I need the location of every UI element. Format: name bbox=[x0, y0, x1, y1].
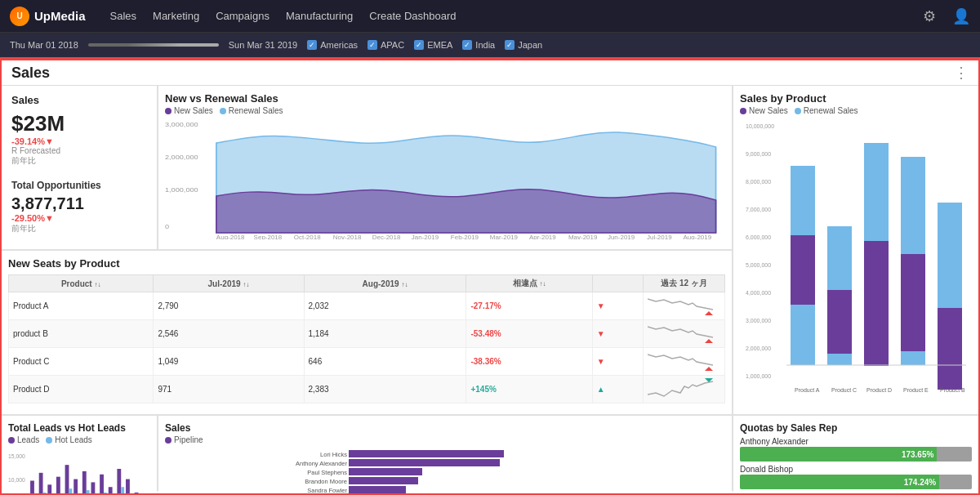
dir-value: ▼ bbox=[592, 320, 643, 348]
nav-sales[interactable]: Sales bbox=[110, 10, 137, 22]
jul-value: 2,790 bbox=[154, 292, 304, 320]
svg-text:May-2019: May-2019 bbox=[568, 234, 598, 239]
nav-create-dashboard[interactable]: Create Dashboard bbox=[369, 10, 456, 22]
product-name: product B bbox=[9, 320, 154, 348]
legend-leads: Leads bbox=[8, 435, 39, 444]
dir-value: ▼ bbox=[592, 348, 643, 376]
filter-americas[interactable]: Americas bbox=[307, 40, 358, 50]
quotas-title: Quotas by Sales Rep bbox=[740, 422, 972, 434]
svg-rect-51 bbox=[74, 479, 78, 495]
svg-rect-55 bbox=[91, 482, 96, 495]
aug-value: 1,184 bbox=[304, 320, 466, 348]
aug-value: 2,383 bbox=[304, 376, 466, 404]
india-label: India bbox=[475, 40, 495, 50]
top-navigation: U UpMedia Sales Marketing Campaigns Manu… bbox=[0, 0, 980, 33]
svg-text:Product A: Product A bbox=[795, 387, 820, 393]
apac-label: APAC bbox=[381, 40, 404, 50]
seats-table-title: New Seats by Product bbox=[8, 257, 725, 270]
new-vs-renewal-legend: New Sales Renewal Sales bbox=[165, 106, 725, 115]
jul-value: 971 bbox=[154, 376, 304, 404]
svg-text:Product C: Product C bbox=[831, 387, 857, 393]
new-vs-renewal-svg: 3,000,000 2,000,000 1,000,000 0 Aug-2018… bbox=[165, 118, 725, 239]
filter-india[interactable]: India bbox=[462, 40, 495, 50]
pipeline-legend: Pipeline bbox=[165, 435, 725, 444]
new-label: New Sales bbox=[749, 106, 788, 115]
svg-text:Product B: Product B bbox=[940, 387, 965, 393]
filter-bar: Thu Mar 01 2018 Sun Mar 31 2019 Americas… bbox=[0, 33, 980, 59]
dashboard-title: Sales bbox=[11, 65, 50, 82]
pipeline-dot bbox=[165, 437, 172, 444]
filter-japan[interactable]: Japan bbox=[505, 40, 542, 50]
svg-text:3,000,000: 3,000,000 bbox=[165, 121, 198, 128]
svg-rect-43 bbox=[39, 473, 43, 495]
sparkline-cell bbox=[644, 348, 725, 376]
filter-apac[interactable]: APAC bbox=[368, 40, 404, 50]
svg-rect-45 bbox=[47, 484, 51, 495]
settings-icon[interactable]: ⚙ bbox=[923, 7, 936, 25]
svg-text:Dec-2018: Dec-2018 bbox=[372, 234, 401, 239]
renewal-sales-label: Renewal Sales bbox=[229, 106, 283, 115]
emea-checkbox[interactable] bbox=[414, 40, 424, 50]
nav-campaigns[interactable]: Campaigns bbox=[216, 10, 270, 22]
svg-text:Jul-2019: Jul-2019 bbox=[647, 234, 672, 239]
renewal-sales-dot bbox=[220, 108, 226, 114]
hot-leads-label: Hot Leads bbox=[55, 435, 92, 444]
svg-text:Sandra Fowler: Sandra Fowler bbox=[307, 487, 347, 494]
sparkline-cell bbox=[644, 376, 725, 404]
user-icon[interactable]: 👤 bbox=[952, 7, 970, 25]
sales-kpi-value: $23M bbox=[11, 111, 147, 136]
sales-by-product-panel: Sales by Product New Sales Renewal Sales… bbox=[733, 86, 978, 414]
sales-kpi-label: Sales bbox=[11, 94, 147, 106]
logo-area[interactable]: U UpMedia bbox=[10, 7, 86, 26]
change-value: -53.48% bbox=[466, 320, 592, 348]
svg-text:Lori Hicks: Lori Hicks bbox=[320, 451, 347, 458]
col-jul: Jul-2019 ↑↓ bbox=[154, 275, 304, 292]
new-area bbox=[216, 190, 716, 233]
svg-text:Oct-2018: Oct-2018 bbox=[294, 234, 321, 239]
svg-rect-61 bbox=[117, 469, 121, 495]
india-checkbox[interactable] bbox=[462, 40, 472, 50]
new-sales-label: New Sales bbox=[174, 106, 213, 115]
sales-by-product-legend: New Sales Renewal Sales bbox=[740, 106, 972, 115]
svg-rect-50 bbox=[69, 488, 72, 495]
svg-text:7,000,000: 7,000,000 bbox=[746, 207, 771, 212]
dir-value: ▲ bbox=[592, 376, 643, 404]
americas-label: Americas bbox=[320, 40, 358, 50]
nav-marketing[interactable]: Marketing bbox=[153, 10, 199, 22]
date-range-slider[interactable] bbox=[88, 43, 219, 47]
change-value: -27.17% bbox=[466, 292, 592, 320]
svg-rect-70 bbox=[349, 459, 500, 466]
svg-text:Jan-2019: Jan-2019 bbox=[412, 234, 439, 239]
quota-row: Anthony Alexander 173.65% bbox=[740, 437, 972, 462]
brand-name: UpMedia bbox=[34, 9, 86, 23]
apac-checkbox[interactable] bbox=[368, 40, 377, 50]
svg-rect-49 bbox=[65, 465, 69, 495]
svg-text:2,000,000: 2,000,000 bbox=[165, 154, 198, 161]
svg-rect-68 bbox=[349, 450, 504, 457]
more-options-button[interactable]: ⋮ bbox=[954, 64, 969, 82]
americas-checkbox[interactable] bbox=[307, 40, 317, 50]
svg-rect-76 bbox=[349, 486, 406, 493]
svg-rect-54 bbox=[87, 490, 90, 495]
sales-by-product-title: Sales by Product bbox=[740, 92, 972, 105]
date-end: Sun Mar 31 2019 bbox=[229, 40, 297, 50]
opp-kpi-value: 3,877,711 bbox=[11, 194, 147, 213]
leads-dot bbox=[8, 437, 15, 444]
svg-text:Apr-2019: Apr-2019 bbox=[529, 234, 556, 239]
product-e-new-bar bbox=[901, 254, 925, 351]
svg-marker-35 bbox=[705, 367, 713, 371]
pipeline-label: Pipeline bbox=[174, 435, 203, 444]
sales-kpi-change: -39.14%▼ bbox=[11, 136, 147, 146]
filter-emea[interactable]: EMEA bbox=[414, 40, 452, 50]
svg-rect-62 bbox=[121, 487, 124, 495]
svg-text:Feb-2019: Feb-2019 bbox=[451, 234, 479, 239]
new-vs-renewal-chart: 3,000,000 2,000,000 1,000,000 0 Aug-2018… bbox=[165, 118, 725, 239]
opp-kpi-change: -29.50%▼ bbox=[11, 213, 147, 223]
new-dot bbox=[740, 108, 746, 114]
product-d-new-bar bbox=[864, 241, 889, 366]
legend-new-sales: New Sales bbox=[165, 106, 213, 115]
japan-checkbox[interactable] bbox=[505, 40, 514, 50]
nav-manufacturing[interactable]: Manufacturing bbox=[286, 10, 353, 22]
logo-icon: U bbox=[10, 7, 29, 26]
leads-chart: 15,000 10,000 5,000 0 bbox=[8, 448, 150, 495]
